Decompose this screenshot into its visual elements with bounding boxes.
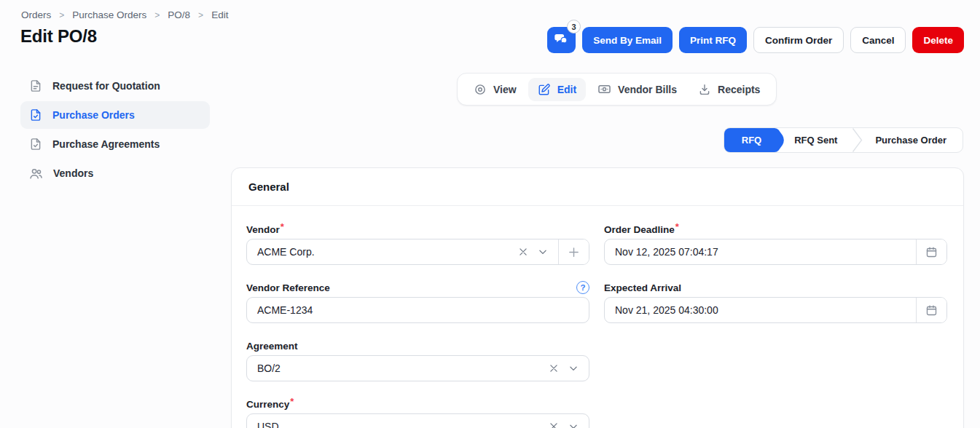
form-column-right: Order Deadline* Expected Arrival — [604, 222, 947, 428]
page-title: Edit PO/8 — [20, 26, 97, 47]
order-deadline-datetime[interactable] — [604, 239, 947, 265]
vendor-reference-input[interactable] — [247, 298, 589, 322]
required-asterisk: * — [281, 221, 284, 232]
vendor-field: Vendor* — [246, 222, 589, 265]
purchase-order-edit-page: Orders > Purchase Orders > PO/8 > Edit E… — [0, 0, 980, 428]
chat-bubbles-icon — [554, 31, 569, 49]
tab-view[interactable]: View — [464, 78, 526, 101]
message-count-badge: 3 — [567, 20, 581, 33]
sidebar: Request for Quotation Purchase Orders Pu… — [20, 72, 210, 187]
vendor-input[interactable] — [247, 239, 518, 264]
print-rfq-button[interactable]: Print RFQ — [679, 27, 747, 53]
expected-arrival-label: Expected Arrival — [604, 282, 681, 293]
order-deadline-label: Order Deadline* — [604, 224, 679, 235]
sidebar-item-label: Purchase Agreements — [52, 138, 160, 150]
file-text-icon — [29, 79, 42, 92]
form-grid: Vendor* Vendor — [232, 206, 963, 428]
edit-pencil-icon — [538, 83, 551, 96]
vendor-reference-control[interactable] — [246, 297, 589, 323]
sidebar-item-request-for-quotation[interactable]: Request for Quotation — [20, 72, 210, 100]
breadcrumb-edit[interactable]: Edit — [211, 9, 228, 20]
add-vendor-button[interactable] — [558, 239, 589, 264]
chevron-down-icon[interactable] — [568, 363, 579, 373]
breadcrumb-separator: > — [154, 10, 160, 20]
eye-icon — [474, 83, 487, 96]
date-picker-button[interactable] — [916, 239, 946, 264]
chevron-down-icon[interactable] — [568, 421, 579, 428]
status-step-label: Purchase Order — [875, 135, 946, 146]
agreement-label: Agreement — [246, 341, 298, 352]
status-step-label: RFQ Sent — [794, 135, 837, 146]
order-deadline-field: Order Deadline* — [604, 222, 947, 265]
vendor-select[interactable] — [246, 239, 589, 265]
clear-icon[interactable] — [549, 363, 559, 373]
order-deadline-input[interactable] — [605, 239, 916, 264]
expected-arrival-datetime[interactable] — [604, 297, 947, 323]
status-step-label: RFQ — [742, 135, 761, 146]
sidebar-item-vendors[interactable]: Vendors — [20, 159, 210, 187]
status-step-separator — [852, 128, 863, 152]
required-asterisk: * — [675, 221, 679, 232]
vendor-label: Vendor* — [246, 224, 284, 235]
expected-arrival-field: Expected Arrival — [604, 280, 947, 323]
users-icon — [29, 167, 43, 181]
breadcrumb-orders[interactable]: Orders — [21, 9, 51, 20]
breadcrumb-po8[interactable]: PO/8 — [168, 9, 190, 20]
section-title: General — [232, 168, 963, 206]
calendar-icon — [925, 304, 938, 317]
breadcrumb-separator: > — [59, 10, 64, 20]
form-column-left: Vendor* Vendor — [246, 222, 589, 428]
general-form-card: General Vendor* — [231, 167, 964, 428]
date-picker-button[interactable] — [916, 298, 946, 322]
chatter-button[interactable]: 3 — [547, 27, 576, 53]
currency-field: Currency* — [246, 397, 589, 428]
cancel-button[interactable]: Cancel — [850, 27, 906, 53]
sidebar-item-purchase-agreements[interactable]: Purchase Agreements — [20, 130, 210, 158]
sidebar-item-label: Vendors — [53, 167, 93, 179]
tab-label: Edit — [557, 84, 576, 95]
sidebar-item-label: Purchase Orders — [52, 109, 135, 121]
sidebar-item-purchase-orders[interactable]: Purchase Orders — [20, 101, 210, 129]
breadcrumb-separator: > — [198, 10, 203, 20]
download-icon — [698, 83, 711, 96]
tab-label: Receipts — [718, 84, 760, 95]
agreement-select[interactable] — [246, 355, 589, 381]
banknote-icon — [597, 82, 611, 96]
currency-input[interactable] — [247, 414, 549, 428]
tab-label: View — [493, 84, 517, 95]
delete-button[interactable]: Delete — [912, 27, 964, 53]
tab-vendor-bills[interactable]: Vendor Bills — [588, 77, 686, 101]
currency-label: Currency* — [246, 399, 294, 410]
agreement-field: Agreement — [246, 338, 589, 381]
tab-receipts[interactable]: Receipts — [689, 78, 769, 101]
action-bar: 3 Send By Email Print RFQ Confirm Order … — [547, 27, 964, 53]
clear-icon[interactable] — [549, 421, 559, 428]
status-step-rfq-sent[interactable]: RFQ Sent — [784, 128, 852, 152]
status-arrow-shape — [773, 128, 784, 152]
tab-label: Vendor Bills — [618, 84, 677, 95]
tab-edit[interactable]: Edit — [528, 78, 586, 101]
file-check-icon — [29, 108, 42, 122]
required-asterisk: * — [290, 396, 294, 407]
view-switcher: View Edit Vendor Bills — [457, 73, 777, 106]
clear-icon[interactable] — [518, 247, 528, 257]
status-step-rfq[interactable]: RFQ — [724, 128, 773, 152]
status-pipeline: RFQ RFQ Sent Purchase Order — [724, 127, 963, 153]
plus-icon — [568, 246, 580, 258]
question-circle-icon[interactable]: ? — [576, 281, 589, 294]
status-step-purchase-order[interactable]: Purchase Order — [863, 128, 963, 152]
agreement-input[interactable] — [247, 356, 549, 381]
confirm-order-button[interactable]: Confirm Order — [753, 27, 844, 53]
file-check-icon — [29, 138, 42, 151]
send-by-email-button[interactable]: Send By Email — [582, 27, 673, 53]
breadcrumb-purchase-orders[interactable]: Purchase Orders — [72, 9, 146, 20]
sidebar-item-label: Request for Quotation — [52, 80, 160, 92]
chevron-down-icon[interactable] — [538, 247, 548, 257]
vendor-reference-field: Vendor Reference ? — [246, 280, 589, 323]
calendar-icon — [925, 246, 938, 258]
currency-select[interactable] — [246, 413, 589, 428]
vendor-reference-label: Vendor Reference — [246, 282, 330, 293]
expected-arrival-input[interactable] — [605, 298, 916, 322]
breadcrumb: Orders > Purchase Orders > PO/8 > Edit — [21, 9, 228, 20]
